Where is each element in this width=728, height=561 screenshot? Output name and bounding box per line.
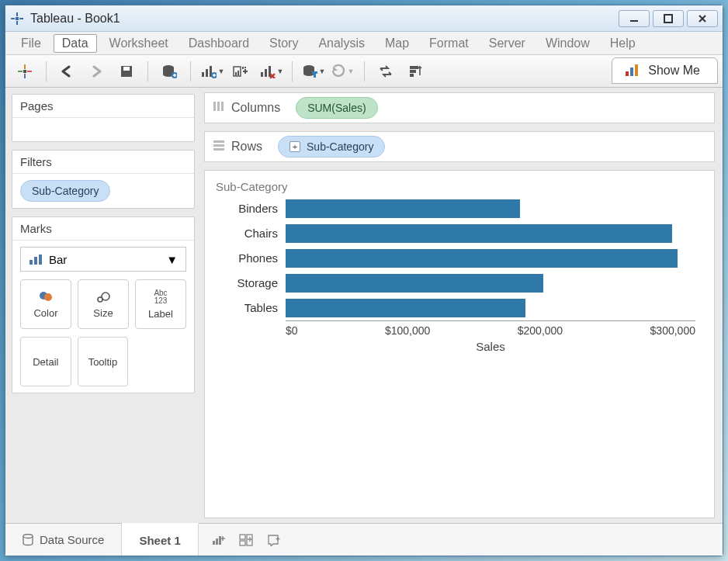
bar-phones[interactable] bbox=[286, 249, 678, 268]
close-button[interactable] bbox=[687, 10, 718, 27]
svg-rect-7 bbox=[24, 64, 26, 69]
bar-binders[interactable] bbox=[286, 199, 520, 218]
svg-rect-11 bbox=[23, 70, 26, 73]
columns-shelf[interactable]: Columns SUM(Sales) bbox=[204, 92, 715, 123]
y-axis-labels: BindersChairsPhonesStorageTables bbox=[216, 196, 286, 504]
show-me-label: Show Me bbox=[648, 64, 700, 78]
bottom-tabs: Data Source Sheet 1 bbox=[5, 523, 723, 556]
sort-asc-button[interactable] bbox=[402, 60, 428, 83]
menu-window[interactable]: Window bbox=[538, 35, 598, 52]
rows-shelf[interactable]: Rows + Sub-Category bbox=[204, 131, 715, 162]
menu-map[interactable]: Map bbox=[377, 35, 417, 52]
rows-pill-subcategory[interactable]: + Sub-Category bbox=[278, 136, 385, 158]
svg-point-54 bbox=[23, 534, 33, 538]
label-icon: Abc123 bbox=[154, 289, 167, 305]
tableau-logo-icon[interactable] bbox=[12, 60, 38, 83]
filter-pill-subcategory[interactable]: Sub-Category bbox=[20, 180, 110, 202]
color-icon bbox=[38, 290, 54, 304]
marks-color[interactable]: Color bbox=[20, 279, 71, 329]
back-button[interactable] bbox=[54, 60, 81, 83]
pages-shelf[interactable]: Pages bbox=[12, 94, 195, 142]
bar-row bbox=[286, 196, 695, 221]
data-source-button[interactable] bbox=[156, 60, 182, 83]
svg-rect-36 bbox=[410, 70, 416, 73]
columns-pill-sum-sales[interactable]: SUM(Sales) bbox=[296, 97, 377, 119]
bar-row bbox=[286, 246, 695, 271]
app-title: Tableau - Book1 bbox=[30, 12, 120, 26]
run-update-button[interactable]: ▼ bbox=[330, 60, 356, 83]
svg-rect-8 bbox=[24, 74, 26, 78]
svg-rect-49 bbox=[217, 102, 220, 111]
bars-area: $0$100,000$200,000$300,000 Sales bbox=[286, 196, 695, 504]
new-story-icon[interactable] bbox=[267, 534, 281, 546]
tab-sheet-1[interactable]: Sheet 1 bbox=[122, 523, 198, 556]
new-dashboard-icon[interactable] bbox=[239, 534, 253, 546]
y-label: Tables bbox=[216, 296, 286, 320]
show-me-icon bbox=[625, 64, 640, 77]
marks-detail[interactable]: Detail bbox=[20, 337, 71, 386]
bar-icon bbox=[29, 254, 43, 265]
minimize-button[interactable] bbox=[619, 10, 650, 27]
forward-button[interactable] bbox=[84, 60, 110, 83]
y-label: Binders bbox=[216, 196, 286, 221]
marks-label[interactable]: Abc123 Label bbox=[135, 279, 186, 329]
menu-story[interactable]: Story bbox=[262, 35, 306, 52]
menu-help[interactable]: Help bbox=[602, 35, 643, 52]
rows-icon bbox=[213, 140, 225, 154]
svg-rect-0 bbox=[16, 12, 18, 16]
menu-file[interactable]: File bbox=[13, 35, 49, 52]
svg-rect-13 bbox=[123, 67, 130, 71]
menu-worksheet[interactable]: Worksheet bbox=[102, 35, 176, 52]
app-icon bbox=[10, 12, 24, 26]
marks-tooltip[interactable]: Tooltip bbox=[78, 337, 129, 386]
maximize-button[interactable] bbox=[653, 10, 684, 27]
new-worksheet-icon[interactable] bbox=[211, 534, 225, 546]
menu-server[interactable]: Server bbox=[481, 35, 533, 52]
svg-rect-5 bbox=[630, 20, 638, 22]
auto-update-button[interactable]: ▼ bbox=[300, 60, 327, 83]
svg-rect-48 bbox=[213, 102, 216, 111]
new-worksheet-button[interactable]: ▼ bbox=[199, 60, 225, 83]
save-button[interactable] bbox=[113, 60, 140, 83]
bar-row bbox=[286, 296, 695, 320]
x-axis: $0$100,000$200,000$300,000 bbox=[286, 320, 695, 337]
menu-analysis[interactable]: Analysis bbox=[310, 35, 373, 52]
menu-data[interactable]: Data bbox=[54, 34, 97, 53]
svg-rect-50 bbox=[221, 102, 224, 111]
menu-format[interactable]: Format bbox=[421, 35, 477, 52]
bar-tables[interactable] bbox=[286, 299, 525, 317]
svg-rect-51 bbox=[213, 140, 224, 143]
y-label: Phones bbox=[216, 246, 286, 271]
show-me-button[interactable]: Show Me bbox=[612, 57, 718, 84]
svg-rect-27 bbox=[261, 72, 263, 77]
svg-rect-34 bbox=[312, 71, 317, 74]
duplicate-sheet-button[interactable] bbox=[228, 60, 255, 83]
svg-rect-1 bbox=[16, 21, 18, 25]
bar-chairs[interactable] bbox=[286, 224, 672, 243]
marks-size[interactable]: Size bbox=[78, 279, 129, 329]
svg-rect-28 bbox=[265, 69, 267, 77]
bar-row bbox=[286, 221, 695, 246]
bar-row bbox=[286, 271, 695, 296]
swap-button[interactable] bbox=[373, 60, 399, 83]
rows-label: Rows bbox=[231, 140, 262, 154]
svg-rect-24 bbox=[237, 71, 239, 75]
y-label: Storage bbox=[216, 271, 286, 296]
mark-type-select[interactable]: Bar ▼ bbox=[20, 247, 186, 272]
filters-shelf[interactable]: Filters Sub-Category bbox=[12, 150, 195, 209]
app-window: Tableau - Book1 FileDataWorksheetDashboa… bbox=[5, 5, 723, 556]
svg-rect-39 bbox=[630, 68, 633, 76]
svg-rect-10 bbox=[27, 71, 32, 72]
svg-rect-38 bbox=[626, 71, 629, 76]
svg-rect-37 bbox=[410, 66, 418, 69]
menu-dashboard[interactable]: Dashboard bbox=[181, 35, 257, 52]
marks-label: Marks bbox=[12, 217, 194, 241]
svg-rect-41 bbox=[29, 260, 33, 265]
tab-data-source[interactable]: Data Source bbox=[5, 524, 122, 556]
columns-icon bbox=[213, 101, 225, 115]
svg-rect-53 bbox=[213, 148, 224, 151]
clear-sheet-button[interactable]: ▼ bbox=[258, 60, 284, 83]
svg-rect-43 bbox=[39, 255, 42, 265]
chevron-down-icon: ▼ bbox=[166, 253, 178, 266]
bar-storage[interactable] bbox=[286, 274, 543, 293]
